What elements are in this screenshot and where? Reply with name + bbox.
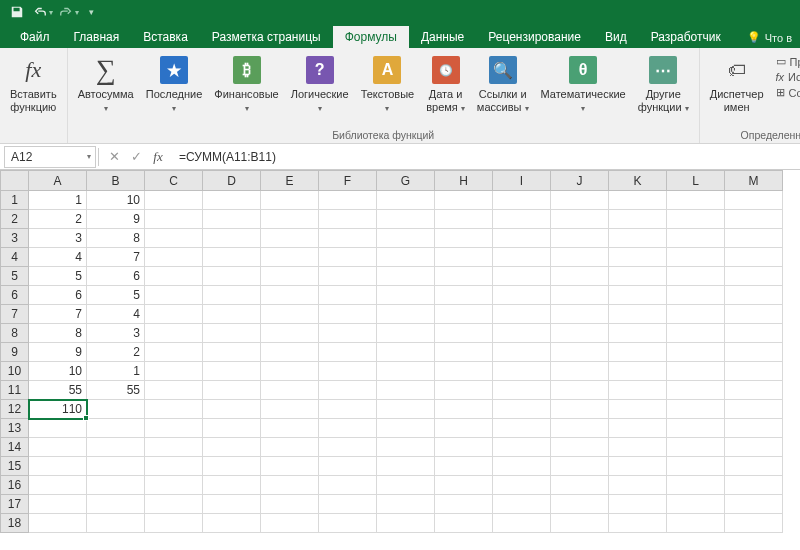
cell-L1[interactable] (667, 191, 725, 210)
worksheet-grid[interactable]: ABCDEFGHIJKLM111022933844755666577488399… (0, 170, 800, 550)
recently-used-button[interactable]: ★ Последние▾ (142, 52, 207, 115)
cell-E8[interactable] (261, 324, 319, 343)
cell-G4[interactable] (377, 248, 435, 267)
row-header-10[interactable]: 10 (1, 362, 29, 381)
cell-L16[interactable] (667, 476, 725, 495)
cell-K1[interactable] (609, 191, 667, 210)
enter-button[interactable]: ✓ (125, 146, 147, 168)
cell-I5[interactable] (493, 267, 551, 286)
cell-J5[interactable] (551, 267, 609, 286)
cell-M16[interactable] (725, 476, 783, 495)
cell-G16[interactable] (377, 476, 435, 495)
cell-B4[interactable]: 7 (87, 248, 145, 267)
logical-button[interactable]: ? Логические▾ (287, 52, 353, 115)
cell-D10[interactable] (203, 362, 261, 381)
cell-L17[interactable] (667, 495, 725, 514)
cell-K7[interactable] (609, 305, 667, 324)
row-header-12[interactable]: 12 (1, 400, 29, 419)
row-header-18[interactable]: 18 (1, 514, 29, 533)
cell-K14[interactable] (609, 438, 667, 457)
cell-M15[interactable] (725, 457, 783, 476)
cell-M18[interactable] (725, 514, 783, 533)
row-header-6[interactable]: 6 (1, 286, 29, 305)
row-header-14[interactable]: 14 (1, 438, 29, 457)
col-header-A[interactable]: A (29, 171, 87, 191)
cell-L13[interactable] (667, 419, 725, 438)
cell-I14[interactable] (493, 438, 551, 457)
cell-E15[interactable] (261, 457, 319, 476)
row-header-5[interactable]: 5 (1, 267, 29, 286)
cell-J2[interactable] (551, 210, 609, 229)
cell-G8[interactable] (377, 324, 435, 343)
insert-function-button[interactable]: fx Вставить функцию (6, 52, 61, 115)
cell-K17[interactable] (609, 495, 667, 514)
cell-A4[interactable]: 4 (29, 248, 87, 267)
cell-C3[interactable] (145, 229, 203, 248)
cell-D7[interactable] (203, 305, 261, 324)
row-header-3[interactable]: 3 (1, 229, 29, 248)
cell-F14[interactable] (319, 438, 377, 457)
col-header-G[interactable]: G (377, 171, 435, 191)
tab-insert[interactable]: Вставка (131, 26, 200, 48)
cell-F9[interactable] (319, 343, 377, 362)
cell-D13[interactable] (203, 419, 261, 438)
cell-F6[interactable] (319, 286, 377, 305)
cell-L4[interactable] (667, 248, 725, 267)
name-manager-button[interactable]: 🏷 Диспетчер имен (706, 52, 768, 115)
cell-J17[interactable] (551, 495, 609, 514)
cell-B6[interactable]: 5 (87, 286, 145, 305)
row-header-11[interactable]: 11 (1, 381, 29, 400)
cell-C17[interactable] (145, 495, 203, 514)
cell-D12[interactable] (203, 400, 261, 419)
cell-F10[interactable] (319, 362, 377, 381)
use-in-formula-button[interactable]: fxИспользо (776, 70, 800, 84)
cell-M2[interactable] (725, 210, 783, 229)
cell-G10[interactable] (377, 362, 435, 381)
col-header-K[interactable]: K (609, 171, 667, 191)
cell-K9[interactable] (609, 343, 667, 362)
cell-C15[interactable] (145, 457, 203, 476)
cell-H9[interactable] (435, 343, 493, 362)
cell-E6[interactable] (261, 286, 319, 305)
col-header-F[interactable]: F (319, 171, 377, 191)
cell-B16[interactable] (87, 476, 145, 495)
cell-G12[interactable] (377, 400, 435, 419)
cell-M4[interactable] (725, 248, 783, 267)
cell-C11[interactable] (145, 381, 203, 400)
cell-M13[interactable] (725, 419, 783, 438)
cell-H18[interactable] (435, 514, 493, 533)
cell-L15[interactable] (667, 457, 725, 476)
cell-L12[interactable] (667, 400, 725, 419)
cell-M6[interactable] (725, 286, 783, 305)
cell-D17[interactable] (203, 495, 261, 514)
cell-H15[interactable] (435, 457, 493, 476)
cell-I7[interactable] (493, 305, 551, 324)
cell-H11[interactable] (435, 381, 493, 400)
tab-data[interactable]: Данные (409, 26, 476, 48)
cell-F4[interactable] (319, 248, 377, 267)
cell-L10[interactable] (667, 362, 725, 381)
cell-K8[interactable] (609, 324, 667, 343)
cell-B15[interactable] (87, 457, 145, 476)
cell-A9[interactable]: 9 (29, 343, 87, 362)
cell-I17[interactable] (493, 495, 551, 514)
tab-developer[interactable]: Разработчик (639, 26, 733, 48)
cell-A18[interactable] (29, 514, 87, 533)
cell-L11[interactable] (667, 381, 725, 400)
cell-E12[interactable] (261, 400, 319, 419)
cell-C18[interactable] (145, 514, 203, 533)
cell-G18[interactable] (377, 514, 435, 533)
cell-B13[interactable] (87, 419, 145, 438)
cell-A2[interactable]: 2 (29, 210, 87, 229)
cell-A14[interactable] (29, 438, 87, 457)
cell-K2[interactable] (609, 210, 667, 229)
col-header-I[interactable]: I (493, 171, 551, 191)
row-header-7[interactable]: 7 (1, 305, 29, 324)
cell-I13[interactable] (493, 419, 551, 438)
col-header-M[interactable]: M (725, 171, 783, 191)
cell-I11[interactable] (493, 381, 551, 400)
cell-B7[interactable]: 4 (87, 305, 145, 324)
cell-F13[interactable] (319, 419, 377, 438)
cell-A3[interactable]: 3 (29, 229, 87, 248)
cell-E13[interactable] (261, 419, 319, 438)
